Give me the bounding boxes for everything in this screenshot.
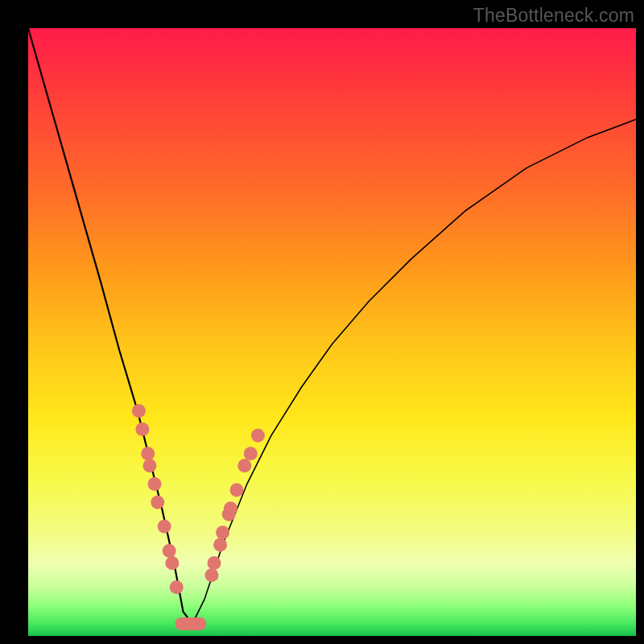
curve-left-branch [28,28,192,624]
plot-area [28,28,636,636]
marker-dot [170,580,184,594]
marker-dot [216,526,229,539]
curve-right-branch [192,119,636,624]
marker-dot [208,556,221,570]
marker-dot [132,404,146,418]
marker-dot [251,428,265,442]
marker-dot [205,568,219,582]
marker-dot [244,447,258,460]
chart-stage: TheBottleneck.com [0,0,644,644]
watermark-text: TheBottleneck.com [473,5,634,27]
marker-group [132,404,265,594]
marker-dot [135,423,149,436]
marker-dot [151,495,164,509]
marker-dot [213,538,227,551]
marker-dot [158,520,171,534]
marker-dot [165,556,179,570]
marker-dot [141,447,155,460]
marker-dot [224,502,237,515]
marker-dot [148,477,162,491]
marker-dot [143,459,157,473]
chart-svg [28,28,636,636]
marker-dot [230,483,244,497]
marker-dot [163,544,176,558]
curve-minimum-marker [175,617,206,630]
marker-dot [237,459,251,473]
